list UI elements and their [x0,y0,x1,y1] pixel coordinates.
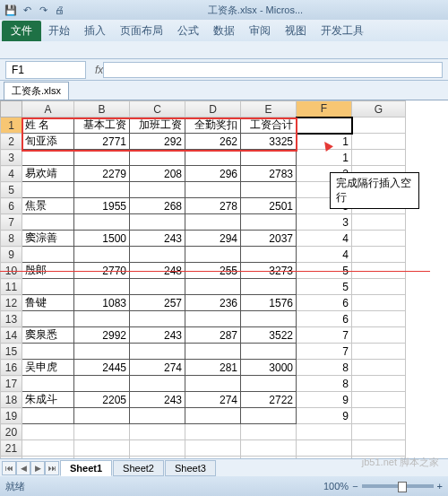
print-icon[interactable]: 🖨 [52,3,66,17]
cell[interactable]: 281 [185,360,241,376]
cell[interactable] [130,440,185,457]
row-header[interactable]: 21 [1,440,22,457]
cell[interactable]: 268 [130,198,185,214]
cell[interactable]: 2770 [74,263,130,279]
cell[interactable] [130,376,185,392]
cell[interactable]: 窦泉悉 [22,327,74,344]
cell[interactable]: 236 [185,295,241,311]
formula-bar[interactable] [103,62,443,78]
cell[interactable]: 3 [297,214,352,231]
cell[interactable] [185,214,241,231]
row-header[interactable]: 12 [1,295,22,311]
cell[interactable] [74,424,130,440]
cell[interactable] [74,408,130,424]
cell[interactable]: 7 [297,344,352,360]
cell[interactable]: 3522 [241,327,297,344]
cell[interactable] [241,182,297,198]
cell[interactable] [241,279,297,295]
cell[interactable] [352,295,406,311]
cell[interactable]: 3000 [241,360,297,376]
col-header-B[interactable]: B [74,101,130,117]
cell[interactable]: 2722 [241,392,297,408]
cell[interactable]: 2037 [241,231,297,247]
cell[interactable] [241,150,297,166]
cell[interactable]: 1500 [74,231,130,247]
cell[interactable]: 易欢靖 [22,166,74,182]
cell[interactable] [130,214,185,231]
cell[interactable] [352,440,406,457]
cell[interactable]: 朱成斗 [22,392,74,408]
cell[interactable]: 2771 [74,134,130,150]
row-header[interactable]: 17 [1,376,22,392]
row-header[interactable]: 9 [1,247,22,263]
tab-formula[interactable]: 公式 [170,21,206,41]
cell[interactable] [74,214,130,231]
fx-icon[interactable]: fx [95,64,103,76]
cell[interactable] [22,376,74,392]
cell[interactable]: 296 [185,166,241,182]
cell[interactable] [185,247,241,263]
cell[interactable] [74,182,130,198]
tab-layout[interactable]: 页面布局 [113,21,170,41]
cell[interactable]: 6 [297,295,352,311]
cell[interactable] [22,408,74,424]
cell[interactable] [130,424,185,440]
cell[interactable] [74,376,130,392]
cell[interactable]: 窦淙善 [22,231,74,247]
cell[interactable] [22,279,74,295]
row-header[interactable]: 5 [1,182,22,198]
sheet-nav-next-icon[interactable]: ▶ [30,461,45,475]
cell[interactable] [185,182,241,198]
cell[interactable]: 5 [297,279,352,295]
cell[interactable] [185,344,241,360]
cell[interactable] [241,376,297,392]
cell[interactable] [241,214,297,231]
cell[interactable]: 257 [130,295,185,311]
cell[interactable]: 274 [130,360,185,376]
col-header-D[interactable]: D [185,101,241,117]
cell[interactable] [22,214,74,231]
sheet-nav-last-icon[interactable]: ⏭ [45,461,59,475]
cell[interactable]: 2501 [241,198,297,214]
cell[interactable]: 1083 [74,295,130,311]
col-header-C[interactable]: C [130,101,185,117]
row-header[interactable]: 13 [1,311,22,327]
cell[interactable]: 255 [185,263,241,279]
cell[interactable] [74,150,130,166]
cell[interactable] [74,440,130,457]
select-all-corner[interactable] [1,101,22,117]
cell[interactable] [185,279,241,295]
cell[interactable] [241,440,297,457]
cell[interactable] [352,150,406,166]
cell[interactable]: 278 [185,198,241,214]
row-header[interactable]: 19 [1,408,22,424]
cell[interactable] [352,392,406,408]
undo-icon[interactable]: ↶ [20,3,34,17]
redo-icon[interactable]: ↷ [36,3,50,17]
cell[interactable]: 吴申虎 [22,360,74,376]
zoom-slider[interactable] [362,484,434,488]
row-header[interactable]: 2 [1,134,22,150]
cell[interactable]: 208 [130,166,185,182]
cell[interactable]: 243 [130,231,185,247]
workbook-tab[interactable]: 工资条.xlsx [4,82,69,100]
col-header-G[interactable]: G [352,101,406,117]
cell[interactable] [241,408,297,424]
cell[interactable] [352,311,406,327]
cell[interactable]: 基本工资 [74,117,130,134]
cell[interactable] [297,440,352,457]
tab-data[interactable]: 数据 [206,21,242,41]
col-header-A[interactable]: A [22,101,74,117]
cell[interactable]: 294 [185,231,241,247]
cell[interactable] [297,117,352,134]
cell[interactable]: 2992 [74,327,130,344]
cell[interactable]: 5 [297,263,352,279]
cell[interactable] [74,279,130,295]
cell[interactable] [352,117,406,134]
cell[interactable] [22,440,74,457]
file-tab[interactable]: 文件 [2,21,41,41]
cell[interactable]: 4 [297,247,352,263]
row-header[interactable]: 8 [1,231,22,247]
cell[interactable]: 焦景 [22,198,74,214]
cell[interactable] [241,344,297,360]
